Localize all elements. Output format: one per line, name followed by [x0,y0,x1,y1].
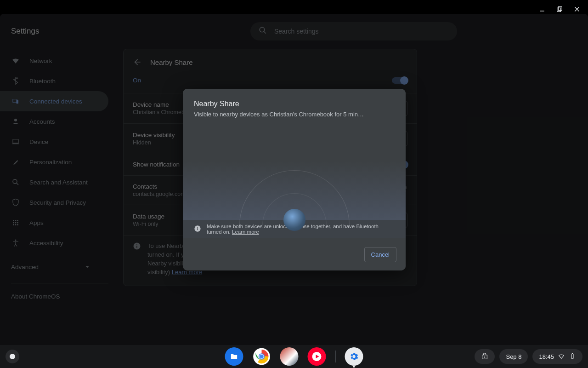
bluetooth-icon [11,76,20,86]
svg-line-1 [264,32,266,34]
nearby-share-modal: Nearby Share Visible to nearby devices a… [183,89,406,270]
page-title: Nearby Share [150,58,193,66]
shield-icon [11,198,20,207]
svg-point-16 [15,224,17,225]
svg-rect-28 [571,354,573,358]
sidebar-item-label: Bluetooth [29,78,56,85]
svg-point-10 [15,220,17,221]
accessibility-icon [11,238,20,247]
brush-icon [11,157,20,167]
sidebar-item-label: Security and Privacy [29,199,86,206]
svg-rect-21 [557,8,561,12]
modal-body: Nearby Share Visible to nearby devices a… [183,89,406,220]
sidebar-item-label: Network [29,58,52,64]
sidebar-item-label: Apps [29,219,44,226]
launcher-button[interactable] [6,350,19,363]
svg-point-27 [260,355,263,358]
active-indicator [353,366,355,368]
sidebar-item-label: Personalization [29,159,72,166]
svg-point-13 [15,222,17,224]
svg-point-0 [260,27,265,32]
svg-rect-3 [17,100,19,104]
search-box[interactable] [250,22,457,40]
wifi-status-icon [558,352,565,361]
sidebar-item-label: Accounts [29,118,55,125]
sidebar-item-connected-devices[interactable]: Connected devices [0,91,108,111]
shelf-date: Sep 8 [506,353,521,360]
sidebar-item-security[interactable]: Security and Privacy [0,192,108,213]
modal-title: Nearby Share [194,100,395,108]
laptop-icon [11,137,20,146]
sidebar-item-accessibility[interactable]: Accessibility [0,233,108,253]
row-title: Device visibility [133,132,175,138]
nearby-share-toggle[interactable] [392,77,407,84]
card-header: Nearby Share [124,49,417,75]
svg-point-9 [13,220,14,221]
wifi-icon [11,56,20,65]
shelf: Sep 8 18:45 [0,345,588,368]
minimize-button[interactable] [536,3,548,16]
status-pill[interactable]: 18:45 [532,349,582,364]
sidebar-item-label: Accessibility [29,240,63,247]
row-title: Contacts [133,183,186,190]
chrome-app-icon[interactable] [253,347,271,366]
svg-rect-6 [12,144,19,144]
restore-button[interactable] [553,3,566,16]
on-label: On [133,77,141,84]
sidebar-item-network[interactable]: Network [0,51,108,71]
sidebar-item-device[interactable]: Device [0,132,108,152]
shelf-time: 18:45 [539,353,554,360]
svg-point-12 [13,222,14,224]
sidebar-item-label: Connected devices [29,98,82,105]
svg-point-17 [17,224,18,225]
pinned-app-icon[interactable] [280,347,299,366]
svg-point-7 [13,179,17,184]
shelf-separator [335,351,336,362]
info-icon [194,225,201,233]
row-sub: contacts.google.com [133,190,186,197]
sidebar-item-about[interactable]: About ChromeOS [0,290,119,303]
launcher-icon [10,354,15,359]
search-icon [259,26,267,36]
info-icon [133,242,141,276]
sidebar-separator [11,283,108,284]
settings-app-icon[interactable] [345,347,363,366]
sidebar-item-accounts[interactable]: Accounts [0,111,108,132]
modal-actions: Cancel [183,238,406,270]
back-icon[interactable] [133,58,142,67]
svg-point-15 [13,224,14,225]
svg-point-14 [17,222,18,224]
sidebar-item-personalization[interactable]: Personalization [0,152,108,172]
svg-point-11 [17,220,18,221]
window-controls [536,3,583,16]
sidebar-item-advanced[interactable]: Advanced [0,257,108,277]
tote-button[interactable] [475,349,495,364]
search-icon [11,178,20,187]
sidebar-item-label: Device [29,138,48,145]
youtube-music-icon[interactable] [308,347,326,366]
close-button[interactable] [571,3,583,16]
sidebar-item-label: Advanced [11,264,39,270]
svg-rect-5 [13,139,18,143]
shelf-apps [225,347,363,366]
device-avatar [283,209,305,231]
person-icon [11,117,20,126]
status-area[interactable]: Sep 8 18:45 [475,349,582,364]
search-input[interactable] [274,28,449,35]
devices-icon [11,97,20,106]
sidebar-item-bluetooth[interactable]: Bluetooth [0,71,108,91]
row-sub: Hidden [133,138,175,146]
search-row [119,14,588,49]
svg-rect-29 [572,353,573,354]
sidebar-item-apps[interactable]: Apps [0,213,108,233]
sidebar-item-search-assistant[interactable]: Search and Assistant [0,172,108,192]
svg-line-8 [17,183,18,185]
files-app-icon[interactable] [225,347,243,366]
svg-point-4 [14,119,17,121]
modal-subtitle: Visible to nearby devices as Christian's… [194,108,395,118]
modal-learn-more-link[interactable]: Learn more [232,229,259,235]
row-sub: Wi-Fi only [133,220,164,227]
svg-rect-20 [558,7,562,11]
date-pill[interactable]: Sep 8 [499,349,528,364]
cancel-button[interactable]: Cancel [364,247,396,262]
